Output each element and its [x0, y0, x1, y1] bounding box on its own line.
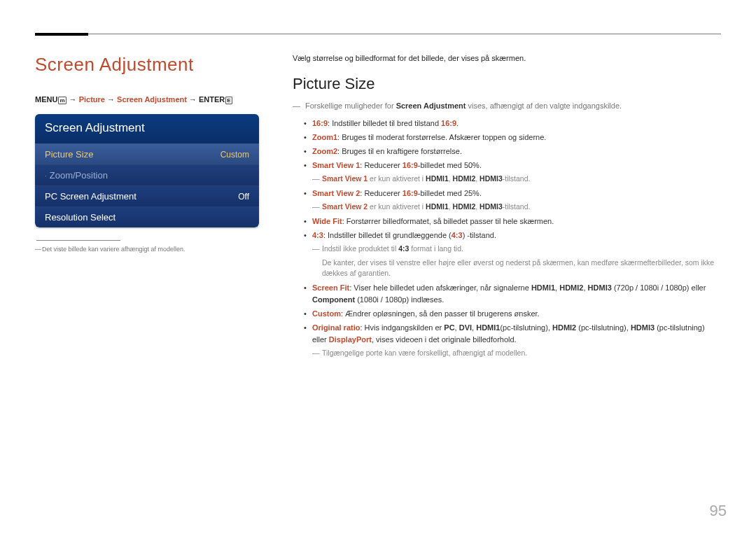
bullet-sv1: Smart View 1: Reducerer 16:9-billedet me…: [312, 160, 721, 171]
enter-icon: E: [225, 97, 232, 104]
breadcrumb-arrow-2: →: [105, 95, 117, 104]
kb: HDMI1: [476, 323, 500, 332]
t: er kun aktiveret i: [368, 202, 426, 211]
t: -billedet med 50%.: [418, 161, 482, 169]
t: (1080i / 1080p) indlæses.: [355, 295, 444, 304]
panel-row[interactable]: Picture SizeCustom: [35, 143, 259, 164]
panel-row[interactable]: PC Screen AdjustmentOff: [35, 185, 259, 206]
panel-row-label: ·Zoom/Position: [45, 170, 108, 181]
panel-row[interactable]: Resolution Select: [35, 206, 259, 227]
note-post: vises, afhængigt af den valgte indgangsk…: [465, 101, 622, 110]
kb: HDMI3: [631, 323, 654, 332]
panel-row-label: Resolution Select: [45, 212, 115, 223]
t: : Reducerer: [360, 189, 402, 197]
sub-original: ―Tilgængelige porte kan være forskelligt…: [322, 348, 721, 359]
note-pre: Forskellige muligheder for: [305, 101, 396, 110]
breadcrumb-menu: MENU: [35, 95, 57, 104]
kb: Component: [312, 295, 355, 304]
t: : Indstiller billedet til grundlæggende …: [323, 231, 451, 239]
kb: PC: [444, 323, 454, 332]
breadcrumb-enter: ENTER: [199, 95, 225, 104]
kb: HDMI2: [552, 323, 576, 332]
bullet-169: 16:9: Indstiller billedet til bred tilst…: [312, 118, 721, 129]
t: format i lang tid.: [409, 244, 463, 253]
kb: HDMI2: [559, 283, 583, 292]
bullet-43: 4:3: Indstiller billedet til grundlæggen…: [312, 230, 721, 241]
k-widefit: Wide Fit: [312, 217, 342, 225]
breadcrumb: MENUm → Picture → Screen Adjustment → EN…: [35, 95, 259, 104]
intro-text: Vælg størrelse og billedformat for det b…: [293, 54, 721, 62]
t: -billedet med 25%.: [418, 189, 482, 197]
breadcrumb-arrow-1: →: [67, 95, 79, 104]
t: (720p / 1080i / 1080p) eller: [612, 283, 706, 292]
kb: HDMI2: [453, 202, 476, 211]
section-heading: Screen Adjustment: [35, 54, 259, 76]
bullet-custom: Custom: Ændrer opløsningen, så den passe…: [312, 308, 721, 320]
panel-title: Screen Adjustment: [35, 114, 259, 143]
kb: HDMI3: [479, 202, 503, 211]
t: : Ændrer opløsningen, så den passer til …: [341, 309, 540, 318]
t: : Indstiller billedet til bred tilstand: [328, 119, 441, 127]
menu-icon: m: [58, 97, 66, 104]
kb: HDMI3: [479, 174, 503, 183]
t: De kanter, der vises til venstre eller h…: [322, 258, 714, 278]
t: : Bruges til moderat forstørrelse. Afskæ…: [337, 133, 546, 141]
footnote-divider: [36, 240, 120, 241]
k-screenfit: Screen Fit: [312, 283, 349, 292]
breadcrumb-screen-adjustment: Screen Adjustment: [117, 95, 187, 104]
k-dp: DisplayPort: [329, 335, 372, 344]
panel-row[interactable]: ·Zoom/Position: [35, 164, 259, 185]
osd-panel: Screen Adjustment Picture SizeCustom·Zoo…: [35, 114, 259, 227]
bullet-sv2: Smart View 2: Reducerer 16:9-billedet me…: [312, 188, 721, 199]
t: Tilgængelige porte kan være forskelligt,…: [322, 349, 527, 357]
k-zoom1: Zoom1: [312, 133, 337, 141]
bullet-original: Original ratio: Hvis indgangskilden er P…: [312, 322, 721, 346]
t: : Forstørrer billedformatet, så billedet…: [342, 217, 554, 225]
sub-43-2: De kanter, der vises til venstre eller h…: [322, 258, 721, 280]
sub-sv1: ―Smart View 1 er kun aktiveret i HDMI1, …: [322, 174, 721, 185]
bullet-widefit: Wide Fit: Forstørrer billedformatet, så …: [312, 216, 721, 227]
note-bold: Screen Adjustment: [396, 101, 466, 110]
t: -tilstand.: [503, 202, 531, 211]
k-169: 16:9: [312, 119, 328, 127]
t: ) -tilstand.: [463, 231, 496, 239]
panel-row-label: Picture Size: [45, 149, 93, 160]
panel-row-value: Custom: [220, 150, 249, 160]
k-sv2: Smart View 2: [312, 189, 360, 197]
subsection-heading: Picture Size: [293, 75, 721, 93]
kb: HDMI1: [426, 202, 449, 211]
t: (pc-tilslutning),: [500, 323, 552, 332]
kb: HDMI1: [426, 174, 449, 183]
panel-row-value: Off: [238, 192, 249, 202]
footnote-text: Det viste billede kan variere afhængigt …: [42, 246, 186, 253]
k-original: Original ratio: [312, 323, 360, 332]
t: : Reducerer: [360, 161, 402, 169]
t: -tilstand.: [503, 174, 531, 183]
k-zoom2: Zoom2: [312, 147, 337, 155]
t: : Viser hele billedet uden afskæringer, …: [349, 283, 531, 292]
bullet-zoom1: Zoom1: Bruges til moderat forstørrelse. …: [312, 132, 721, 143]
note-line: ―Forskellige muligheder for Screen Adjus…: [293, 100, 721, 112]
t: (pc-tilslutning),: [576, 323, 631, 332]
t: Indstil ikke produktet til: [322, 244, 398, 253]
top-rule: [35, 34, 721, 34]
sub-43-1: ―Indstil ikke produktet til 4:3 format i…: [322, 244, 721, 255]
k-43: 4:3: [312, 231, 323, 239]
k-169-4: 16:9: [402, 189, 418, 197]
kb: HDMI2: [453, 174, 476, 183]
t: , vises videoen i det originale billedfo…: [372, 335, 517, 344]
panel-row-label: PC Screen Adjustment: [45, 191, 136, 202]
kb: DVI: [459, 323, 472, 332]
t: er kun aktiveret i: [368, 174, 426, 183]
bullet-zoom2: Zoom2: Bruges til en kraftigere forstørr…: [312, 146, 721, 157]
breadcrumb-picture: Picture: [79, 95, 105, 104]
k-169-2: 16:9: [441, 119, 456, 127]
kb: HDMI1: [531, 283, 555, 292]
t: : Bruges til en kraftigere forstørrelse.: [337, 147, 462, 155]
breadcrumb-arrow-3: →: [187, 95, 199, 104]
k-43-2: 4:3: [451, 231, 463, 239]
k-169-3: 16:9: [402, 161, 418, 169]
kb: HDMI3: [588, 283, 612, 292]
bullet-screenfit: Screen Fit: Viser hele billedet uden afs…: [312, 282, 721, 306]
footnote: ―Det viste billede kan variere afhængigt…: [35, 245, 259, 254]
